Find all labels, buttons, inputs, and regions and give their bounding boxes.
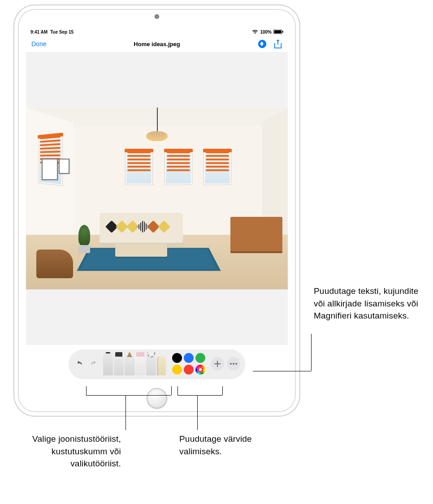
- eraser-tool[interactable]: [135, 357, 145, 375]
- status-time: 9:41 AM: [30, 30, 48, 34]
- screen: 9:41 AM Tue Sep 15 100% Done Home ideas.…: [26, 28, 288, 383]
- markup-drawing-blinds: [127, 151, 151, 171]
- markup-image[interactable]: [26, 108, 288, 289]
- highlighter-tool[interactable]: [114, 357, 124, 375]
- redo-button[interactable]: [87, 358, 100, 370]
- window-4: [204, 150, 231, 185]
- content-area: [26, 52, 288, 345]
- callout-leader: [253, 371, 311, 371]
- svg-point-6: [235, 363, 237, 365]
- markup-drawing-blinds: [206, 151, 229, 171]
- callout-colors: Puudutage värvide valimiseks.: [179, 433, 269, 457]
- coffee-table: [115, 244, 168, 256]
- callout-leader: [178, 386, 178, 395]
- svg-point-4: [230, 363, 232, 365]
- lasso-tool[interactable]: [146, 357, 156, 375]
- callout-leader: [311, 334, 312, 371]
- pendant-lamp: [146, 131, 168, 141]
- more-button[interactable]: [227, 357, 240, 370]
- callout-leader: [86, 395, 171, 396]
- camera-dot: [155, 14, 159, 19]
- wifi-icon: [252, 30, 258, 34]
- battery-icon: [273, 30, 283, 34]
- callout-leader: [126, 395, 126, 430]
- status-date: Tue Sep 15: [50, 30, 74, 34]
- callout-leader: [222, 386, 223, 395]
- color-picker[interactable]: [195, 365, 205, 375]
- color-blue[interactable]: [184, 353, 194, 363]
- markup-toggle-button[interactable]: [257, 39, 267, 49]
- svg-rect-1: [274, 30, 281, 34]
- callout-leader: [171, 386, 172, 395]
- color-palette: [169, 353, 208, 375]
- color-black[interactable]: [172, 353, 182, 363]
- callout-leader: [86, 386, 87, 395]
- markup-toolbar-container: [26, 345, 288, 383]
- pencil-tool[interactable]: [125, 357, 134, 375]
- window-2: [126, 150, 152, 185]
- add-button[interactable]: [211, 357, 224, 370]
- svg-point-5: [233, 363, 234, 365]
- drawing-tools-group: [100, 352, 169, 375]
- share-button[interactable]: [273, 39, 282, 49]
- callout-leader: [178, 395, 222, 396]
- ruler-tool[interactable]: [157, 357, 166, 375]
- markup-drawing-blinds: [167, 151, 190, 171]
- status-bar: 9:41 AM Tue Sep 15 100%: [26, 28, 288, 36]
- plant-pot: [78, 245, 90, 253]
- markup-toolbar: [69, 349, 245, 378]
- color-red[interactable]: [184, 365, 194, 375]
- callout-tools: Valige joonistustööriist, kustutuskumm v…: [13, 433, 121, 470]
- plant: [78, 225, 90, 246]
- undo-button[interactable]: [74, 358, 86, 370]
- armchair: [36, 250, 73, 279]
- wall-art-1: [42, 159, 58, 180]
- nav-bar: Done Home ideas.jpeg: [26, 36, 288, 52]
- battery-percent: 100%: [260, 30, 272, 34]
- marker-tool[interactable]: [103, 353, 113, 375]
- window-3: [165, 150, 192, 185]
- color-green[interactable]: [195, 353, 205, 363]
- svg-rect-2: [282, 31, 283, 33]
- sideboard: [230, 217, 283, 253]
- callout-add: Puudutage teksti, kujundite või allkirja…: [314, 285, 426, 322]
- document-title: Home ideas.jpeg: [134, 41, 180, 47]
- wall-art-2: [59, 159, 69, 174]
- callout-leader: [197, 395, 198, 430]
- done-button[interactable]: Done: [31, 40, 46, 47]
- ipad-device: 9:41 AM Tue Sep 15 100% Done Home ideas.…: [13, 4, 300, 417]
- home-button[interactable]: [147, 388, 167, 409]
- color-yellow[interactable]: [172, 365, 182, 375]
